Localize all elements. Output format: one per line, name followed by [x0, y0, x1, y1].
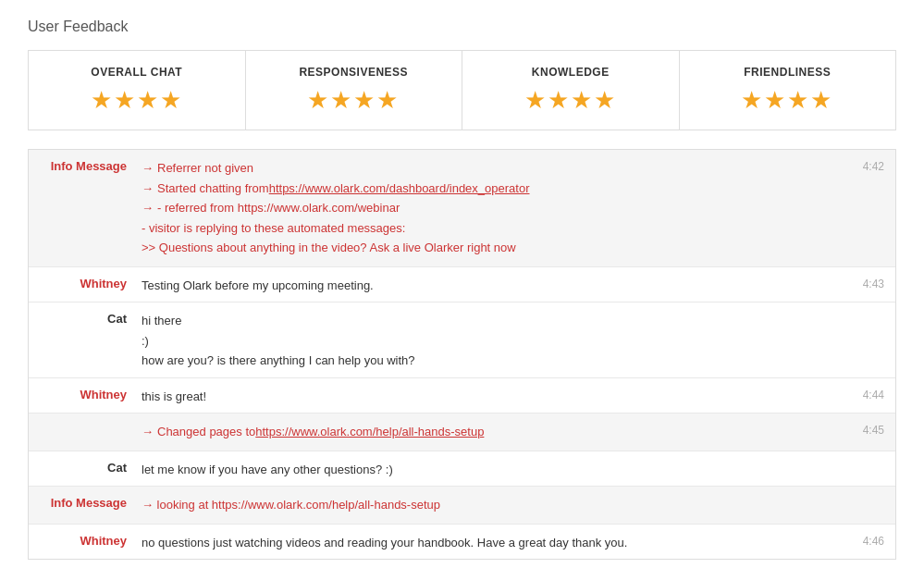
page-container: User Feedback OVERALL CHAT★★★★RESPONSIVE… [0, 0, 924, 568]
cat-messages: let me know if you have any other questi… [142, 461, 838, 479]
chat-sender: Info Message [40, 494, 142, 510]
message-text: this is great! [142, 388, 838, 406]
chat-sender: Whitney [40, 275, 142, 290]
message-text: no questions just watching videos and re… [142, 534, 838, 552]
chat-sender: Cat [40, 310, 142, 326]
chat-content: hi there:)how are you? is there anything… [142, 310, 838, 370]
chat-content: → looking at https://www.olark.com/help/… [142, 494, 838, 516]
chat-timestamp: 4:44 [838, 386, 884, 401]
chat-row: → Changed pages to https://www.olark.com… [29, 414, 895, 451]
chat-content: Testing Olark before my upcoming meeting… [142, 275, 838, 295]
message-text: hi there [142, 312, 838, 330]
chat-sender: Info Message [40, 157, 142, 173]
chat-timestamp: 4:45 [838, 421, 884, 437]
chat-row: Info Message→ looking at https://www.ola… [29, 487, 895, 525]
chat-content: → Changed pages to https://www.olark.com… [142, 421, 838, 443]
info-line: → - referred from https://www.olark.com/… [142, 199, 838, 217]
chat-row: WhitneyTesting Olark before my upcoming … [29, 267, 895, 303]
chat-content: let me know if you have any other questi… [142, 459, 838, 479]
chat-row: Info Message→ Referrer not given→ Starte… [29, 150, 895, 267]
message-text: how are you? is there anything I can hel… [142, 352, 838, 370]
cat-messages: hi there:)how are you? is there anything… [142, 312, 838, 370]
chat-link[interactable]: https://www.olark.com/dashboard/index_op… [269, 179, 530, 198]
page-title: User Feedback [28, 19, 896, 35]
stars-friendliness: ★★★★ [689, 86, 887, 115]
chat-row: Whitneyno questions just watching videos… [29, 525, 895, 560]
chat-timestamp [838, 459, 884, 462]
chat-sender: Whitney [40, 386, 142, 401]
rating-box-responsiveness: RESPONSIVENESS★★★★ [246, 51, 463, 130]
chat-sender: Whitney [40, 532, 142, 548]
message-text: :) [142, 332, 838, 351]
stars-knowledge: ★★★★ [472, 86, 670, 115]
info-line: → looking at https://www.olark.com/help/… [142, 496, 838, 514]
rating-label-overall-chat: OVERALL CHAT [38, 66, 236, 79]
message-text: let me know if you have any other questi… [142, 461, 838, 479]
chat-content: → Referrer not given→ Started chatting f… [142, 157, 838, 259]
rating-box-overall-chat: OVERALL CHAT★★★★ [29, 51, 246, 130]
info-line: → Referrer not given [142, 159, 838, 178]
rating-label-knowledge: KNOWLEDGE [472, 66, 670, 79]
stars-overall-chat: ★★★★ [38, 86, 236, 115]
chat-timestamp [838, 494, 884, 497]
chat-link[interactable]: https://www.olark.com/help/all-hands-set… [255, 423, 484, 441]
rating-section: OVERALL CHAT★★★★RESPONSIVENESS★★★★KNOWLE… [28, 50, 896, 130]
sub-line: - visitor is replying to these automated… [142, 219, 838, 238]
chat-row: Catlet me know if you have any other que… [29, 451, 895, 488]
info-line: → Changed pages to https://www.olark.com… [142, 423, 838, 441]
chat-row: Cathi there:)how are you? is there anyth… [29, 303, 895, 378]
rating-box-friendliness: FRIENDLINESS★★★★ [680, 51, 896, 130]
message-text: Testing Olark before my upcoming meeting… [142, 277, 838, 295]
chat-timestamp: 4:42 [838, 157, 884, 173]
chat-content: this is great! [142, 386, 838, 406]
chat-row: Whitneythis is great!4:44 [29, 378, 895, 414]
chat-content: no questions just watching videos and re… [142, 532, 838, 552]
rating-label-friendliness: FRIENDLINESS [689, 66, 887, 79]
chat-section: Info Message→ Referrer not given→ Starte… [28, 149, 896, 560]
chat-sender: Cat [40, 459, 142, 475]
chat-timestamp [838, 310, 884, 313]
chat-timestamp: 4:46 [838, 532, 884, 548]
chat-timestamp: 4:43 [838, 275, 884, 290]
chat-sender [40, 421, 142, 423]
stars-responsiveness: ★★★★ [255, 86, 453, 115]
rating-box-knowledge: KNOWLEDGE★★★★ [462, 51, 680, 130]
rating-label-responsiveness: RESPONSIVENESS [255, 66, 453, 79]
info-line: → Started chatting from https://www.olar… [142, 179, 838, 198]
sub-line: >> Questions about anything in the video… [142, 239, 838, 257]
